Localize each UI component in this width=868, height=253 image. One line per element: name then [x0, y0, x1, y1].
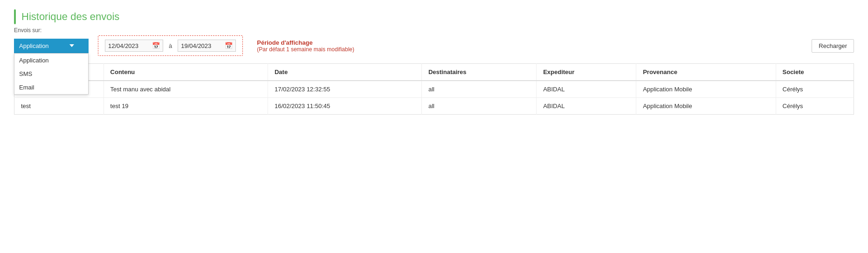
page-title: Historique des envois — [21, 11, 119, 23]
dropdown-selected-label: Application — [19, 42, 49, 49]
filter-label: Envois sur: — [14, 27, 41, 34]
filter-row: Application Application SMS Email 📅 à — [14, 35, 854, 56]
col-provenance: Provenance — [636, 64, 776, 81]
cell-provenance-1: Application Mobile — [636, 98, 776, 115]
table-row: testtest 1916/02/2023 11:50:45allABIDALA… — [14, 98, 854, 115]
cell-date-1: 16/02/2023 11:50:45 — [268, 98, 421, 115]
cell-date-0: 17/02/2023 12:32:55 — [268, 81, 421, 98]
title-accent — [14, 9, 16, 24]
period-section: 📅 à 📅 — [98, 35, 243, 56]
col-expediteur: Expediteur — [537, 64, 636, 81]
chevron-down-icon — [69, 44, 74, 47]
date-to-input[interactable] — [181, 42, 223, 49]
table-body: test manuTest manu avec abidal17/02/2023… — [14, 81, 854, 115]
dropdown-menu: Application SMS Email — [14, 53, 89, 95]
table-header: Titre Contenu Date Destinataires Expedit… — [14, 64, 854, 81]
table-row: test manuTest manu avec abidal17/02/2023… — [14, 81, 854, 98]
cell-contenu-0: Test manu avec abidal — [103, 81, 268, 98]
calendar-to-icon[interactable]: 📅 — [225, 42, 233, 49]
cell-destinataires-0: all — [421, 81, 536, 98]
date-from-input[interactable] — [108, 42, 150, 49]
cell-expediteur-0: ABIDAL — [537, 81, 636, 98]
period-note: Période d'affichage (Par défaut 1 semain… — [257, 39, 354, 53]
col-destinataires: Destinataires — [421, 64, 536, 81]
period-note-title: Période d'affichage — [257, 39, 354, 46]
history-table: Titre Contenu Date Destinataires Expedit… — [14, 63, 854, 115]
date-from-wrapper: 📅 — [105, 40, 163, 52]
dropdown-selected[interactable]: Application — [14, 39, 89, 53]
period-note-sub: (Par défaut 1 semaine mais modifiable) — [257, 46, 354, 53]
filter-section: Envois sur: Application Application SMS … — [14, 35, 854, 56]
table-header-row: Titre Contenu Date Destinataires Expedit… — [14, 64, 854, 81]
reload-button[interactable]: Recharger — [812, 39, 854, 53]
dropdown-option-email[interactable]: Email — [14, 81, 88, 94]
date-to-wrapper: 📅 — [178, 40, 236, 52]
cell-contenu-1: test 19 — [103, 98, 268, 115]
dropdown-option-application[interactable]: Application — [14, 54, 88, 67]
col-date: Date — [268, 64, 421, 81]
cell-expediteur-1: ABIDAL — [537, 98, 636, 115]
cell-societe-1: Cérélys — [776, 98, 854, 115]
cell-societe-0: Cérélys — [776, 81, 854, 98]
cell-titre-1: test — [14, 98, 104, 115]
envois-sur-dropdown[interactable]: Application Application SMS Email — [14, 39, 89, 53]
cell-destinataires-1: all — [421, 98, 536, 115]
cell-provenance-0: Application Mobile — [636, 81, 776, 98]
page-title-bar: Historique des envois — [14, 9, 854, 24]
date-separator: à — [167, 42, 174, 49]
calendar-from-icon[interactable]: 📅 — [152, 42, 160, 49]
dropdown-option-sms[interactable]: SMS — [14, 67, 88, 81]
col-contenu: Contenu — [103, 64, 268, 81]
col-societe: Societe — [776, 64, 854, 81]
